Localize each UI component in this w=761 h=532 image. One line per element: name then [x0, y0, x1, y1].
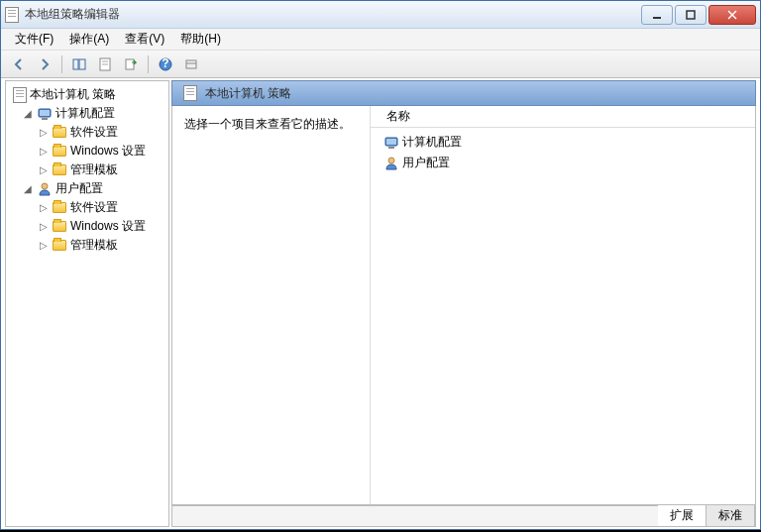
maximize-button[interactable] — [675, 5, 707, 25]
gpedit-window: 本地组策略编辑器 文件(F) 操作(A) 查看(V) 帮助(H) ? 本地计算机… — [0, 0, 761, 530]
tree-label: 软件设置 — [70, 124, 118, 141]
tree-computer-templates[interactable]: ▷ 管理模板 — [8, 160, 166, 179]
window-title: 本地组策略编辑器 — [25, 6, 641, 23]
policy-icon — [13, 87, 27, 103]
tree-computer-label: 计算机配置 — [55, 105, 115, 122]
tree-label: Windows 设置 — [70, 143, 146, 160]
computer-icon — [383, 135, 399, 151]
help-button[interactable]: ? — [154, 53, 177, 75]
svg-rect-16 — [42, 118, 48, 120]
view-options-button[interactable] — [179, 53, 203, 75]
collapse-icon[interactable]: ◢ — [22, 108, 34, 120]
svg-rect-1 — [687, 11, 695, 19]
svg-rect-19 — [386, 139, 396, 145]
expand-icon[interactable]: ▷ — [38, 164, 50, 176]
tree-root-label: 本地计算机 策略 — [30, 86, 116, 103]
tabs: 扩展 标准 — [171, 505, 756, 527]
svg-rect-9 — [126, 59, 134, 69]
expand-icon[interactable]: ▷ — [38, 221, 50, 233]
minimize-button[interactable] — [641, 5, 673, 25]
collapse-icon[interactable]: ◢ — [22, 183, 34, 195]
tree-panel[interactable]: 本地计算机 策略 ◢ 计算机配置 ▷ 软件设置 ▷ Windows 设置 ▷ 管… — [5, 80, 169, 527]
svg-rect-4 — [73, 59, 78, 69]
tree-label: Windows 设置 — [70, 218, 146, 235]
tree-computer-config[interactable]: ◢ 计算机配置 — [8, 104, 166, 123]
svg-point-17 — [42, 183, 48, 189]
folder-icon — [53, 202, 66, 213]
tree-computer-software[interactable]: ▷ 软件设置 — [8, 123, 166, 142]
policy-icon — [183, 85, 197, 101]
folder-icon — [53, 127, 66, 138]
tree-user-windows[interactable]: ▷ Windows 设置 — [8, 217, 166, 236]
svg-rect-12 — [186, 60, 196, 68]
folder-icon — [53, 221, 66, 232]
content-area: 本地计算机 策略 ◢ 计算机配置 ▷ 软件设置 ▷ Windows 设置 ▷ 管… — [1, 78, 760, 529]
user-icon — [383, 156, 399, 171]
user-icon — [37, 181, 53, 197]
details-body: 选择一个项目来查看它的描述。 名称 计算机配置 用户配置 — [171, 106, 756, 505]
tree-root[interactable]: 本地计算机 策略 — [8, 85, 166, 104]
list-column: 名称 计算机配置 用户配置 — [371, 106, 755, 504]
tree-user-software[interactable]: ▷ 软件设置 — [8, 198, 166, 217]
export-button[interactable] — [119, 53, 143, 75]
expand-icon[interactable]: ▷ — [38, 146, 50, 158]
expand-icon[interactable]: ▷ — [38, 127, 50, 139]
window-controls — [641, 5, 756, 25]
tabs-filler — [172, 505, 658, 526]
show-hide-tree-button[interactable] — [67, 53, 91, 75]
list-item-label: 计算机配置 — [402, 134, 462, 151]
tree-label: 管理模板 — [70, 161, 118, 178]
details-header-text: 本地计算机 策略 — [205, 85, 291, 102]
folder-icon — [53, 164, 66, 175]
menu-help[interactable]: 帮助(H) — [172, 29, 229, 50]
menubar: 文件(F) 操作(A) 查看(V) 帮助(H) — [1, 29, 760, 51]
computer-icon — [37, 106, 53, 122]
expand-icon[interactable]: ▷ — [38, 240, 50, 252]
menu-file[interactable]: 文件(F) — [7, 29, 61, 50]
svg-rect-5 — [79, 59, 85, 69]
back-button[interactable] — [7, 53, 31, 75]
menu-view[interactable]: 查看(V) — [117, 29, 172, 50]
svg-text:?: ? — [162, 57, 168, 70]
toolbar-separator — [148, 55, 149, 73]
tree-computer-windows[interactable]: ▷ Windows 设置 — [8, 142, 166, 160]
expand-icon[interactable]: ▷ — [38, 202, 50, 214]
forward-button[interactable] — [33, 53, 56, 75]
toolbar-separator — [61, 55, 62, 73]
details-panel: 本地计算机 策略 选择一个项目来查看它的描述。 名称 计算机配置 — [171, 80, 756, 527]
app-icon — [5, 7, 19, 23]
list-item-label: 用户配置 — [402, 155, 450, 171]
menu-action[interactable]: 操作(A) — [61, 29, 117, 50]
list-items: 计算机配置 用户配置 — [371, 128, 755, 177]
description-text: 选择一个项目来查看它的描述。 — [184, 117, 351, 131]
description-column: 选择一个项目来查看它的描述。 — [172, 106, 371, 504]
svg-point-21 — [388, 158, 394, 163]
folder-icon — [53, 240, 66, 251]
close-button[interactable] — [708, 5, 756, 25]
toolbar: ? — [1, 51, 760, 78]
properties-button[interactable] — [93, 53, 117, 75]
column-name[interactable]: 名称 — [380, 106, 416, 127]
details-header: 本地计算机 策略 — [171, 80, 756, 106]
titlebar[interactable]: 本地组策略编辑器 — [1, 1, 760, 29]
svg-rect-20 — [388, 147, 394, 149]
tree-user-templates[interactable]: ▷ 管理模板 — [8, 236, 166, 255]
folder-icon — [53, 146, 66, 157]
tree-label: 管理模板 — [70, 237, 118, 254]
tab-standard[interactable]: 标准 — [707, 504, 755, 526]
list-item-user[interactable]: 用户配置 — [377, 153, 749, 173]
svg-rect-15 — [40, 110, 50, 116]
tree-user-label: 用户配置 — [55, 180, 103, 197]
tree-user-config[interactable]: ◢ 用户配置 — [8, 179, 166, 198]
tab-extended[interactable]: 扩展 — [658, 504, 707, 526]
tree-label: 软件设置 — [70, 199, 118, 216]
list-item-computer[interactable]: 计算机配置 — [377, 132, 749, 153]
list-header[interactable]: 名称 — [371, 106, 755, 128]
